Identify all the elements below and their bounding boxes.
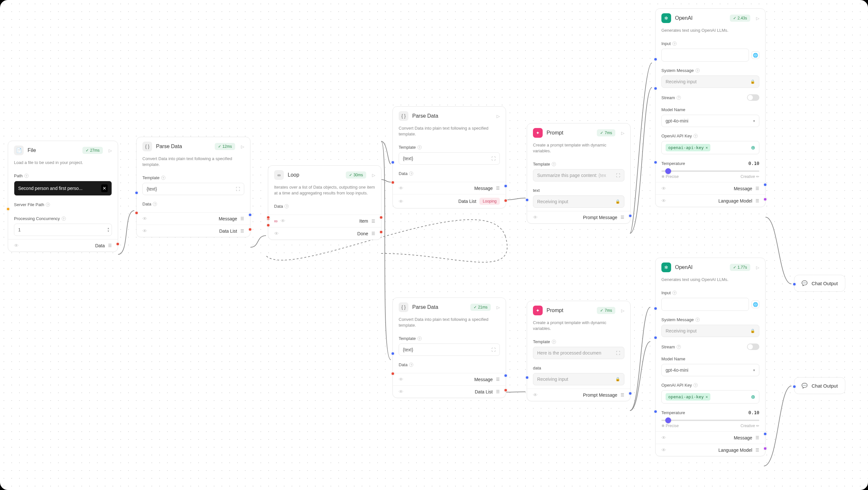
sysmsg-input[interactable]: Receiving input🔒 bbox=[661, 325, 760, 337]
port-out-item[interactable] bbox=[379, 216, 383, 219]
port-out-lm[interactable] bbox=[763, 447, 767, 451]
port-in[interactable] bbox=[6, 207, 10, 211]
globe-icon[interactable]: 🌐 bbox=[751, 51, 760, 59]
port-out-done[interactable] bbox=[379, 230, 383, 234]
eye-icon[interactable]: 👁 bbox=[661, 435, 666, 440]
template-input[interactable]: {text}⛶ bbox=[399, 344, 500, 356]
node-file[interactable]: 📄 File ✓27ms ▷ Load a file to be used in… bbox=[8, 141, 118, 252]
stream-toggle[interactable] bbox=[747, 94, 760, 101]
node-parse-data-2[interactable]: { } Parse Data ▷ Convert Data into plain… bbox=[393, 106, 506, 208]
port-out-data[interactable] bbox=[116, 242, 120, 246]
port-template[interactable] bbox=[391, 160, 395, 164]
var-input[interactable]: Receiving input🔒 bbox=[533, 195, 624, 208]
eye-icon[interactable]: 👁 bbox=[399, 199, 404, 204]
play-icon[interactable]: ▷ bbox=[621, 131, 624, 135]
temp-slider[interactable] bbox=[661, 420, 760, 421]
port-data[interactable] bbox=[525, 375, 529, 380]
eye-icon[interactable]: 👁 bbox=[143, 216, 147, 221]
port-template[interactable] bbox=[391, 352, 395, 356]
port-data[interactable] bbox=[391, 181, 395, 185]
eye-icon[interactable]: 👁 bbox=[281, 218, 285, 224]
node-parse-data-3[interactable]: { } Parse Data ✓21ms ▷ Convert Data into… bbox=[393, 297, 506, 398]
port-out-message[interactable] bbox=[504, 184, 508, 188]
input-field[interactable] bbox=[661, 298, 749, 311]
eye-icon[interactable]: 👁 bbox=[533, 392, 538, 398]
node-openai-1[interactable]: ✻ OpenAI ✓2.43s ▷ Generates text using O… bbox=[655, 8, 766, 207]
play-icon[interactable]: ▷ bbox=[756, 265, 760, 270]
port-out-message[interactable] bbox=[763, 183, 767, 187]
template-input[interactable]: {text}⛶ bbox=[399, 152, 500, 165]
eye-icon[interactable]: 👁 bbox=[274, 231, 279, 236]
node-loop[interactable]: ∞ Loop ✓30ms ▷ Iterates over a list of D… bbox=[268, 165, 381, 240]
play-icon[interactable]: ▷ bbox=[497, 114, 500, 119]
eye-icon[interactable]: 👁 bbox=[143, 228, 147, 234]
input-field[interactable] bbox=[661, 48, 749, 62]
port-in[interactable] bbox=[793, 282, 796, 286]
port-data[interactable] bbox=[391, 372, 395, 375]
node-parse-data-1[interactable]: { } Parse Data ✓12ms ▷ Convert Data into… bbox=[136, 137, 250, 237]
play-icon[interactable]: ▷ bbox=[621, 308, 624, 313]
port-out-lm[interactable] bbox=[763, 197, 767, 201]
eye-icon[interactable]: 👁 bbox=[399, 185, 404, 191]
path-input[interactable]: Second person and first perso...✕ bbox=[14, 181, 112, 196]
globe-icon[interactable]: 🌐 bbox=[751, 300, 760, 308]
play-icon[interactable]: ▷ bbox=[372, 173, 375, 177]
play-icon[interactable]: ▷ bbox=[108, 148, 112, 153]
play-icon[interactable]: ▷ bbox=[756, 16, 760, 21]
var-input[interactable]: Receiving input🔒 bbox=[533, 373, 624, 385]
port-sysmsg[interactable] bbox=[654, 336, 657, 339]
node-prompt-2[interactable]: ✦ Prompt ✓7ms ▷ Create a prompt template… bbox=[527, 301, 630, 401]
template-input[interactable]: Here is the processed documen⛶ bbox=[533, 347, 624, 359]
port-apikey[interactable] bbox=[654, 160, 657, 164]
port-input[interactable] bbox=[654, 57, 657, 61]
eye-icon[interactable]: 👁 bbox=[661, 186, 666, 191]
output-datalist: Data List bbox=[219, 228, 237, 234]
temp-slider[interactable] bbox=[661, 170, 760, 172]
port-out-datalist[interactable] bbox=[504, 388, 508, 392]
eye-icon[interactable]: 👁 bbox=[661, 447, 666, 453]
eye-icon[interactable]: 👁 bbox=[14, 243, 19, 248]
port-sysmsg[interactable] bbox=[654, 87, 657, 90]
port-data-2[interactable] bbox=[266, 223, 270, 227]
port-out-message[interactable] bbox=[763, 432, 767, 436]
template-input[interactable]: {text}⛶ bbox=[143, 183, 244, 195]
port-template[interactable] bbox=[134, 191, 138, 195]
port-out-message[interactable] bbox=[504, 374, 508, 378]
port-data[interactable] bbox=[134, 211, 138, 215]
node-chat-output-1[interactable]: 💬 Chat Output bbox=[794, 275, 845, 292]
eye-icon[interactable]: 👁 bbox=[661, 198, 666, 203]
node-desc: Convert Data into plain text following a… bbox=[393, 317, 506, 333]
apikey-input[interactable]: openai-api-key✕⊕ bbox=[661, 390, 760, 403]
model-select[interactable]: gpt-4o-mini▾ bbox=[661, 115, 760, 127]
sysmsg-input[interactable]: Receiving input🔒 bbox=[661, 75, 760, 88]
node-prompt-1[interactable]: ✦ Prompt ✓7ms ▷ Create a prompt template… bbox=[527, 123, 630, 224]
port-out-datalist[interactable] bbox=[504, 199, 508, 202]
port-out-datalist[interactable] bbox=[248, 228, 252, 231]
node-chat-output-2[interactable]: 💬 Chat Output bbox=[794, 377, 845, 394]
stream-toggle[interactable] bbox=[747, 344, 760, 350]
template-input[interactable]: Summarize this page content: {tex⛶ bbox=[533, 169, 624, 182]
time-badge: ✓2.43s bbox=[730, 14, 750, 22]
output-prompt-message: Prompt Message bbox=[583, 215, 617, 220]
port-out[interactable] bbox=[628, 214, 632, 218]
apikey-input[interactable]: openai-api-key✕⊕ bbox=[661, 141, 760, 154]
node-desc: Load a file to be used in your project. bbox=[8, 160, 118, 170]
output-lm: Language Model bbox=[718, 448, 752, 453]
play-icon[interactable]: ▷ bbox=[241, 144, 244, 149]
play-icon[interactable]: ▷ bbox=[497, 305, 500, 310]
temp-value: 0.10 bbox=[748, 410, 760, 415]
node-openai-2[interactable]: ✻ OpenAI ✓1.77s ▷ Generates text using O… bbox=[655, 258, 766, 456]
eye-icon[interactable]: 👁 bbox=[399, 377, 404, 382]
port-out[interactable] bbox=[628, 391, 632, 395]
port-input[interactable] bbox=[654, 306, 657, 311]
eye-icon[interactable]: 👁 bbox=[533, 215, 538, 220]
model-select[interactable]: gpt-4o-mini▾ bbox=[661, 364, 760, 376]
port-text[interactable] bbox=[525, 198, 529, 202]
port-apikey[interactable] bbox=[654, 410, 657, 414]
openai-icon: ✻ bbox=[661, 262, 671, 272]
node-title: Prompt bbox=[547, 130, 593, 136]
port-in[interactable] bbox=[793, 385, 796, 389]
eye-icon[interactable]: 👁 bbox=[399, 389, 404, 394]
port-out-message[interactable] bbox=[248, 213, 252, 217]
concurrency-input[interactable]: 1▲▼ bbox=[14, 224, 112, 236]
